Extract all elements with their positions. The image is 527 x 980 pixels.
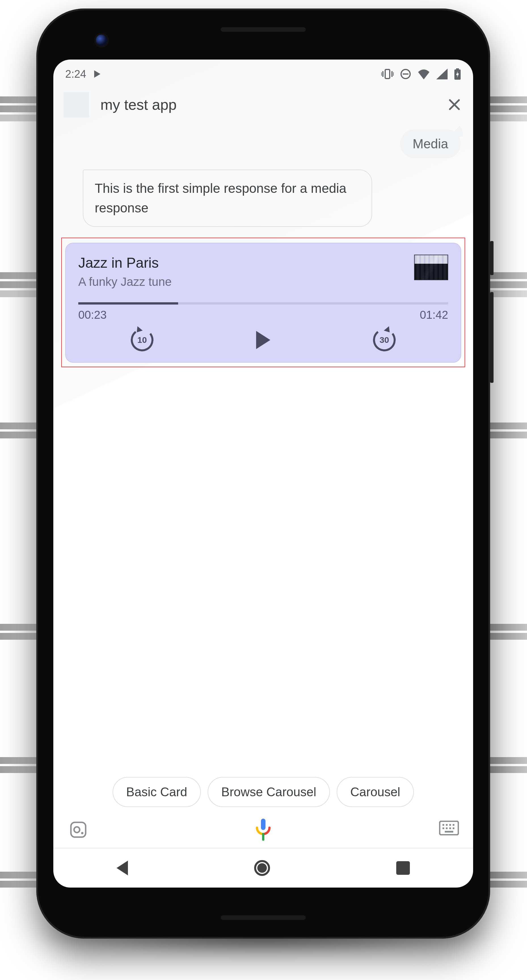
keyboard-button[interactable] [439,821,457,839]
chip-browse-carousel[interactable]: Browse Carousel [208,777,330,807]
lens-button[interactable] [69,821,88,839]
dnd-icon [400,68,411,80]
svg-rect-20 [446,827,447,829]
wifi-icon [417,68,430,80]
mic-icon [253,818,274,842]
svg-rect-17 [449,824,451,826]
svg-rect-21 [449,827,451,829]
svg-rect-18 [453,824,454,826]
status-time: 2:24 [65,68,86,80]
app-icon-placeholder [64,92,89,118]
progress-track[interactable] [78,302,448,305]
svg-rect-16 [446,824,447,826]
app-title: my test app [100,96,446,113]
media-title: Jazz in Paris [78,255,172,271]
close-button[interactable] [446,96,463,113]
svg-point-10 [74,827,80,832]
svg-rect-8 [456,68,459,70]
lens-icon [69,821,88,839]
svg-rect-12 [261,819,266,830]
mic-button[interactable] [253,819,274,840]
elapsed-time: 00:23 [78,309,107,321]
svg-rect-22 [453,827,454,829]
svg-rect-0 [385,70,390,78]
suggestion-chips: Basic Card Browse Carousel Carousel [53,772,473,815]
forward-seconds-label: 30 [379,335,389,345]
play-button[interactable] [256,331,270,349]
rewind-button[interactable]: 10 [129,326,156,353]
assistant-message: This is the first simple response for a … [83,170,372,227]
media-thumbnail [414,255,448,280]
status-bar: 2:24 [53,60,473,85]
rewind-seconds-label: 10 [137,335,146,345]
nav-recents-button[interactable] [396,861,410,875]
chip-basic-card[interactable]: Basic Card [113,777,201,807]
media-card: Jazz in Paris A funky Jazz tune 00:23 01… [65,243,461,363]
signal-icon [436,68,447,80]
svg-rect-23 [445,831,453,832]
nav-home-button[interactable] [254,860,270,876]
close-icon [447,98,461,111]
svg-rect-14 [439,821,459,835]
play-indicator-icon [94,70,100,78]
progress-fill [78,302,178,305]
vibrate-icon [381,68,394,80]
forward-button[interactable]: 30 [371,326,398,353]
svg-rect-9 [71,822,86,837]
media-subtitle: A funky Jazz tune [78,275,172,289]
chip-carousel[interactable]: Carousel [337,777,414,807]
keyboard-icon [439,821,459,835]
nav-back-button[interactable] [116,861,128,875]
app-header: my test app [53,85,473,127]
highlight-box: Jazz in Paris A funky Jazz tune 00:23 01… [61,238,465,367]
screen: 2:24 my test app [53,60,473,888]
conversation: Media This is the first simple response … [53,127,473,772]
user-message: Media [400,129,461,158]
assistant-input-bar [53,815,473,848]
svg-rect-19 [443,827,444,829]
battery-charging-icon [454,68,461,80]
phone-frame: 2:24 my test app [36,8,490,939]
duration-time: 01:42 [420,309,448,321]
svg-rect-15 [443,824,444,826]
android-nav-bar [53,848,473,888]
svg-point-11 [81,832,83,834]
